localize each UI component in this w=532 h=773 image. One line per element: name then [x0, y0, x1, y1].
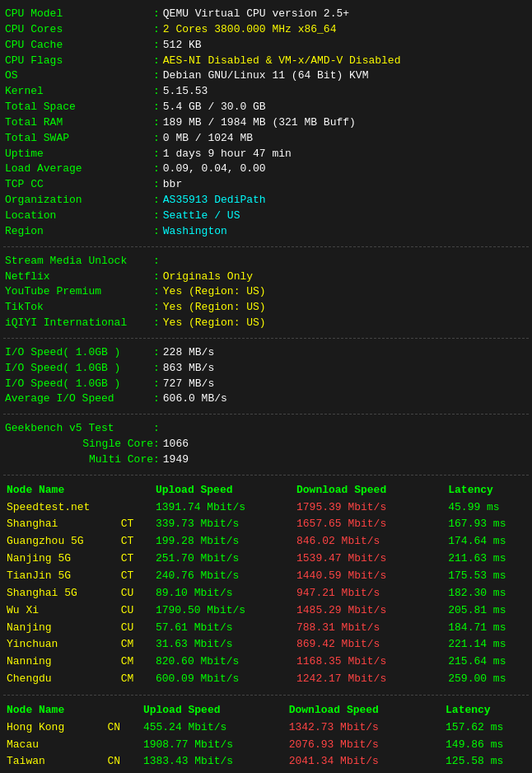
io-speed3-label: I/O Speed( 1.0GB )	[5, 377, 153, 392]
latency: 149.86 ms	[444, 737, 527, 754]
io-speed3-row: I/O Speed( 1.0GB ) : 727 MB/s	[5, 377, 527, 392]
load-avg-label: Load Average	[5, 162, 153, 177]
latency: 125.58 ms	[444, 753, 527, 771]
speed-table1-section: Node Name Upload Speed Download Speed La…	[3, 479, 529, 691]
node-name: Guangzhou 5G	[5, 533, 119, 550]
upload-speed: 820.60 Mbit/s	[154, 654, 295, 671]
download-speed: 2076.93 Mbit/s	[287, 737, 444, 754]
th-upload-2: Upload Speed	[142, 702, 287, 719]
th-latency-2: Latency	[444, 702, 527, 719]
node-isp: CM	[119, 636, 154, 654]
uptime-label: Uptime	[5, 147, 153, 162]
load-avg-value: 0.09, 0.04, 0.00	[163, 162, 266, 177]
th-isp-1	[119, 482, 154, 499]
region-label: Region	[5, 224, 153, 240]
node-isp: CM	[119, 671, 154, 688]
th-node-1: Node Name	[5, 482, 119, 499]
geekbench-title-row: Geekbench v5 Test :	[5, 421, 527, 437]
tiktok-value: Yes (Region: US)	[163, 300, 266, 316]
upload-speed: 240.76 Mbit/s	[154, 568, 295, 585]
th-download-1: Download Speed	[295, 482, 446, 499]
io-speed2-label: I/O Speed( 1.0GB )	[5, 361, 153, 377]
download-speed: 2041.34 Mbit/s	[287, 753, 444, 771]
node-name: Hong Kong	[5, 719, 105, 737]
download-speed: 1657.65 Mbit/s	[295, 516, 446, 533]
uptime-row: Uptime : 1 days 9 hour 47 min	[5, 147, 527, 162]
latency: 205.81 ms	[446, 602, 527, 620]
location-value: Seattle / US	[163, 208, 240, 224]
latency: 184.71 ms	[446, 620, 527, 637]
os-value: Debian GNU/Linux 11 (64 Bit) KVM	[163, 68, 369, 84]
speed-table-1: Node Name Upload Speed Download Speed La…	[5, 482, 527, 688]
total-space-row: Total Space : 5.4 GB / 30.0 GB	[5, 100, 527, 115]
node-name: Wu Xi	[5, 602, 119, 620]
speed-table2-section: Node Name Upload Speed Download Speed La…	[3, 699, 529, 773]
latency: 174.64 ms	[446, 533, 527, 550]
node-name: Shanghai	[5, 516, 119, 533]
node-name: Chengdu	[5, 671, 119, 688]
load-avg-row: Load Average : 0.09, 0.04, 0.00	[5, 162, 527, 177]
cpu-model-row: CPU Model : QEMU Virtual CPU version 2.5…	[5, 7, 527, 22]
download-speed: 846.02 Mbit/s	[295, 533, 446, 550]
total-space-label: Total Space	[5, 100, 153, 115]
stream-label: Stream Media Unlock	[5, 254, 153, 269]
node-name: Nanjing 5G	[5, 550, 119, 568]
node-isp: CT	[119, 568, 154, 585]
media-section: Stream Media Unlock : Netflix : Original…	[3, 251, 529, 335]
geekbench-title-label: Geekbench v5 Test	[5, 421, 153, 437]
upload-speed: 199.28 Mbit/s	[154, 533, 295, 550]
tcp-cc-row: TCP CC : bbr	[5, 177, 527, 193]
youtube-row: YouTube Premium : Yes (Region: US)	[5, 284, 527, 300]
kernel-label: Kernel	[5, 84, 153, 100]
node-name: Yinchuan	[5, 636, 119, 654]
download-speed: 1539.47 Mbit/s	[295, 550, 446, 568]
iqiyi-label: iQIYI International	[5, 316, 153, 331]
cpu-flags-value: AES-NI Disabled & VM-x/AMD-V Disabled	[163, 54, 401, 69]
io-speed3-value: 727 MB/s	[163, 377, 214, 392]
netflix-label: Netflix	[5, 269, 153, 285]
io-speed1-row: I/O Speed( 1.0GB ) : 228 MB/s	[5, 345, 527, 361]
org-row: Organization : AS35913 DediPath	[5, 193, 527, 208]
location-row: Location : Seattle / US	[5, 208, 527, 224]
latency: 157.62 ms	[444, 719, 527, 737]
cpu-cache-label: CPU Cache	[5, 38, 153, 54]
table-row: Guangzhou 5G CT 199.28 Mbit/s 846.02 Mbi…	[5, 533, 527, 550]
cpu-cores-value: 2 Cores 3800.000 MHz x86_64	[163, 22, 337, 38]
node-isp: CT	[119, 550, 154, 568]
th-latency-1: Latency	[446, 482, 527, 499]
speed-table-2: Node Name Upload Speed Download Speed La…	[5, 702, 527, 773]
node-isp: CT	[119, 516, 154, 533]
io-speed2-row: I/O Speed( 1.0GB ) : 863 MB/s	[5, 361, 527, 377]
total-swap-value: 0 MB / 1024 MB	[163, 131, 253, 147]
table-row: Nanning CM 820.60 Mbit/s 1168.35 Mbit/s …	[5, 654, 527, 671]
io-avg-row: Average I/O Speed : 606.0 MB/s	[5, 391, 527, 407]
total-swap-label: Total SWAP	[5, 131, 153, 147]
os-label: OS	[5, 68, 153, 84]
download-speed: 1342.73 Mbit/s	[287, 719, 444, 737]
total-ram-row: Total RAM : 189 MB / 1984 MB (321 MB Buf…	[5, 115, 527, 131]
tiktok-row: TikTok : Yes (Region: US)	[5, 300, 527, 316]
node-name: Shanghai 5G	[5, 585, 119, 602]
download-speed: 1795.39 Mbit/s	[295, 499, 446, 517]
os-row: OS : Debian GNU/Linux 11 (64 Bit) KVM	[5, 68, 527, 84]
cpu-cache-row: CPU Cache : 512 KB	[5, 38, 527, 54]
node-name: Macau	[5, 737, 105, 754]
table-row: Shanghai CT 339.73 Mbit/s 1657.65 Mbit/s…	[5, 516, 527, 533]
location-label: Location	[5, 208, 153, 224]
th-upload-1: Upload Speed	[154, 482, 295, 499]
th-isp-2	[105, 702, 142, 719]
divider-4	[3, 475, 529, 476]
uptime-value: 1 days 9 hour 47 min	[163, 147, 292, 162]
node-name: Speedtest.net	[5, 499, 119, 517]
latency: 215.64 ms	[446, 654, 527, 671]
cpu-cores-row: CPU Cores : 2 Cores 3800.000 MHz x86_64	[5, 22, 527, 38]
latency: 167.93 ms	[446, 516, 527, 533]
node-isp: CT	[119, 533, 154, 550]
multi-core-value: 1949	[163, 452, 189, 468]
table-row: Speedtest.net 1391.74 Mbit/s 1795.39 Mbi…	[5, 499, 527, 517]
table-row: TianJin 5G CT 240.76 Mbit/s 1440.59 Mbit…	[5, 568, 527, 585]
upload-speed: 251.70 Mbit/s	[154, 550, 295, 568]
table-row: Nanjing 5G CT 251.70 Mbit/s 1539.47 Mbit…	[5, 550, 527, 568]
download-speed: 788.31 Mbit/s	[295, 620, 446, 637]
org-label: Organization	[5, 193, 153, 208]
